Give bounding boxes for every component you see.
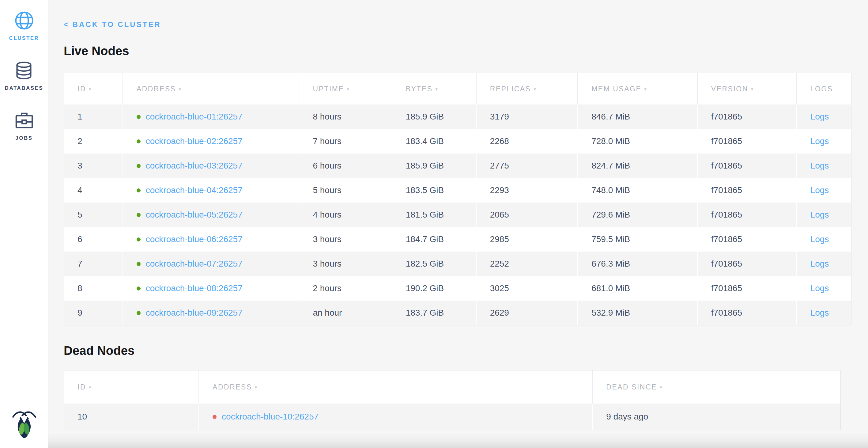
cell-node-id: 3 bbox=[64, 153, 123, 178]
node-status-dot bbox=[136, 164, 141, 168]
cell-address: cockroach-blue-02:26257 bbox=[123, 129, 300, 153]
sort-arrow-icon: ▾ bbox=[533, 86, 537, 92]
cell-mem-usage: 532.9 MiB bbox=[578, 301, 698, 325]
cell-address: cockroach-blue-08:26257 bbox=[123, 276, 300, 301]
sort-arrow-icon: ▾ bbox=[179, 86, 182, 92]
table-row: 2cockroach-blue-02:262577 hours183.4 GiB… bbox=[64, 129, 851, 153]
table-row: 1cockroach-blue-01:262578 hours185.9 GiB… bbox=[64, 104, 851, 129]
logs-link[interactable]: Logs bbox=[810, 112, 829, 121]
node-address-link[interactable]: cockroach-blue-04:26257 bbox=[146, 185, 243, 195]
cell-node-id: 2 bbox=[64, 129, 123, 153]
cell-address: cockroach-blue-10:26257 bbox=[199, 404, 593, 430]
column-header-label: BYTES bbox=[406, 85, 433, 93]
cell-replicas: 2293 bbox=[476, 178, 578, 203]
sidebar-item-label: JOBS bbox=[15, 135, 32, 141]
table-row: 10cockroach-blue-10:262579 days ago bbox=[64, 404, 840, 430]
column-header-id[interactable]: ID▾ bbox=[64, 73, 123, 104]
cell-version: f701865 bbox=[698, 153, 797, 178]
node-address-link[interactable]: cockroach-blue-09:26257 bbox=[146, 308, 243, 318]
back-to-cluster-link[interactable]: < BACK TO CLUSTER bbox=[64, 20, 161, 29]
cell-node-id: 7 bbox=[64, 251, 123, 276]
sidebar-item-label: DATABASES bbox=[5, 85, 43, 91]
cell-logs: Logs bbox=[797, 104, 851, 129]
node-address-link[interactable]: cockroach-blue-05:26257 bbox=[146, 210, 243, 220]
column-header-id[interactable]: ID▾ bbox=[64, 370, 199, 404]
cell-logs: Logs bbox=[797, 153, 851, 178]
cell-replicas: 3179 bbox=[476, 104, 578, 129]
sidebar: CLUSTER DATABASES bbox=[0, 0, 49, 448]
logs-link[interactable]: Logs bbox=[810, 259, 829, 268]
cell-uptime: an hour bbox=[299, 301, 392, 325]
cell-version: f701865 bbox=[698, 129, 797, 153]
node-address-link[interactable]: cockroach-blue-02:26257 bbox=[146, 137, 243, 146]
node-address-link[interactable]: cockroach-blue-03:26257 bbox=[146, 161, 243, 171]
cell-address: cockroach-blue-05:26257 bbox=[123, 203, 300, 227]
column-header-mem-usage[interactable]: MEM USAGE▾ bbox=[578, 73, 698, 104]
cell-version: f701865 bbox=[698, 227, 797, 251]
sidebar-item-cluster[interactable]: CLUSTER bbox=[9, 10, 39, 41]
column-header-dead-since[interactable]: DEAD SINCE▾ bbox=[593, 370, 840, 404]
column-header-label: DEAD SINCE bbox=[606, 383, 657, 391]
node-status-dot bbox=[136, 140, 141, 143]
table-row: 7cockroach-blue-07:262573 hours182.5 GiB… bbox=[64, 251, 851, 276]
cell-bytes: 190.2 GiB bbox=[392, 276, 476, 301]
table-row: 8cockroach-blue-08:262572 hours190.2 GiB… bbox=[64, 276, 851, 301]
cell-node-id: 10 bbox=[64, 404, 199, 430]
cell-replicas: 2268 bbox=[476, 129, 578, 153]
column-header-version[interactable]: VERSION▾ bbox=[698, 73, 797, 104]
cell-version: f701865 bbox=[698, 203, 797, 227]
table-header-row: ID▾ADDRESS▾DEAD SINCE▾ bbox=[64, 370, 840, 404]
cell-node-id: 8 bbox=[64, 276, 123, 301]
column-header-address[interactable]: ADDRESS▾ bbox=[199, 370, 593, 404]
cell-mem-usage: 681.0 MiB bbox=[578, 276, 698, 301]
cell-logs: Logs bbox=[797, 227, 851, 251]
cell-address: cockroach-blue-07:26257 bbox=[123, 251, 300, 276]
cell-logs: Logs bbox=[797, 178, 851, 203]
cell-logs: Logs bbox=[797, 301, 851, 325]
node-address-link[interactable]: cockroach-blue-08:26257 bbox=[146, 283, 243, 293]
column-header-label: ADDRESS bbox=[136, 85, 176, 93]
column-header-label: LOGS bbox=[810, 85, 833, 93]
logs-link[interactable]: Logs bbox=[810, 185, 829, 195]
cell-mem-usage: 676.3 MiB bbox=[578, 251, 698, 276]
column-header-replicas[interactable]: REPLICAS▾ bbox=[476, 73, 578, 104]
cell-replicas: 2252 bbox=[476, 251, 578, 276]
logs-link[interactable]: Logs bbox=[810, 234, 829, 244]
cell-node-id: 9 bbox=[64, 301, 123, 325]
cell-logs: Logs bbox=[797, 251, 851, 276]
sort-arrow-icon: ▾ bbox=[89, 385, 92, 390]
cell-address: cockroach-blue-03:26257 bbox=[123, 153, 300, 178]
cell-mem-usage: 824.7 MiB bbox=[578, 153, 698, 178]
node-address-link[interactable]: cockroach-blue-07:26257 bbox=[146, 259, 243, 269]
logs-link[interactable]: Logs bbox=[810, 161, 829, 170]
node-status-dot bbox=[136, 213, 141, 217]
sidebar-item-jobs[interactable]: JOBS bbox=[14, 110, 34, 141]
node-status-dot bbox=[213, 415, 217, 419]
sort-arrow-icon: ▾ bbox=[644, 86, 647, 92]
cell-mem-usage: 748.0 MiB bbox=[578, 178, 698, 203]
column-header-uptime[interactable]: UPTIME▾ bbox=[299, 73, 392, 104]
sidebar-item-databases[interactable]: DATABASES bbox=[5, 60, 43, 91]
cell-uptime: 4 hours bbox=[299, 203, 392, 227]
logs-link[interactable]: Logs bbox=[810, 283, 829, 293]
logs-link[interactable]: Logs bbox=[810, 210, 829, 219]
logs-link[interactable]: Logs bbox=[810, 308, 829, 318]
logs-link[interactable]: Logs bbox=[810, 137, 829, 146]
node-address-link[interactable]: cockroach-blue-01:26257 bbox=[146, 112, 243, 122]
column-header-label: ID bbox=[78, 383, 86, 391]
node-address-link[interactable]: cockroach-blue-10:26257 bbox=[222, 412, 318, 422]
cell-bytes: 183.4 GiB bbox=[392, 129, 476, 153]
table-row: 3cockroach-blue-03:262576 hours185.9 GiB… bbox=[64, 153, 851, 178]
column-header-bytes[interactable]: BYTES▾ bbox=[392, 73, 476, 104]
main-content: < BACK TO CLUSTER Live Nodes ID▾ADDRESS▾… bbox=[49, 0, 868, 448]
node-address-link[interactable]: cockroach-blue-06:26257 bbox=[146, 234, 243, 244]
globe-icon bbox=[14, 10, 34, 31]
cell-version: f701865 bbox=[698, 276, 797, 301]
cell-node-id: 1 bbox=[64, 104, 123, 129]
cell-uptime: 5 hours bbox=[299, 178, 392, 203]
table-row: 9cockroach-blue-09:26257an hour183.7 GiB… bbox=[64, 301, 851, 325]
cell-uptime: 2 hours bbox=[299, 276, 392, 301]
column-header-address[interactable]: ADDRESS▾ bbox=[123, 73, 300, 104]
sort-arrow-icon: ▾ bbox=[436, 86, 439, 92]
table-row: 4cockroach-blue-04:262575 hours183.5 GiB… bbox=[64, 178, 851, 203]
